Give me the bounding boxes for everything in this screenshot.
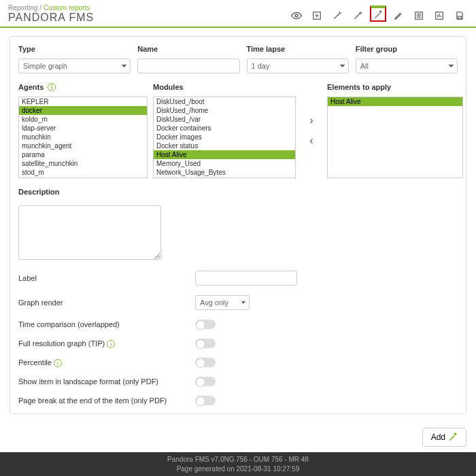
list-item[interactable]: docker: [19, 106, 147, 115]
pagebreak-label: Page break at the end of the item (only …: [18, 396, 195, 405]
name-input[interactable]: [137, 58, 239, 73]
list-item[interactable]: Network_Usage_Bytes: [154, 168, 295, 177]
list-item[interactable]: DiskUsed_/home: [154, 106, 295, 115]
status-line2: Page generated on 2021-08-31 10:27:59: [0, 464, 476, 474]
list-icon[interactable]: [411, 7, 427, 24]
label-input[interactable]: [195, 271, 297, 286]
svg-line-7: [354, 14, 360, 19]
name-label: Name: [137, 45, 239, 53]
graph-render-label: Graph render: [18, 299, 195, 307]
svg-rect-18: [458, 16, 462, 19]
time-comparison-label: Time comparison (overlapped): [18, 320, 195, 328]
list-item[interactable]: Swap_Used: [154, 177, 295, 178]
wand-icon: [448, 432, 458, 442]
type-select[interactable]: Simple graph: [18, 58, 131, 73]
list-item[interactable]: stod_m: [19, 168, 147, 177]
eye-icon[interactable]: [288, 7, 305, 24]
list-item[interactable]: Host Alive: [154, 150, 295, 159]
list-item[interactable]: munchkin: [19, 133, 147, 141]
description-textarea[interactable]: [18, 205, 161, 260]
list-item[interactable]: Memory_Used: [154, 159, 295, 168]
landscape-toggle[interactable]: [195, 377, 216, 386]
percentile-toggle[interactable]: [195, 358, 216, 367]
arrow-right-icon[interactable]: ›: [309, 114, 313, 126]
elements-label: Elements to apply: [327, 83, 463, 91]
arrow-left-icon[interactable]: ‹: [309, 135, 313, 147]
list-item[interactable]: parama: [19, 150, 147, 159]
svg-point-8: [360, 12, 361, 14]
svg-line-4: [334, 14, 339, 19]
pagebreak-toggle[interactable]: [195, 396, 216, 405]
list-item[interactable]: DiskUsed_/boot: [154, 97, 295, 106]
filtergroup-label: Filter group: [356, 45, 458, 53]
pencil-icon[interactable]: [390, 7, 407, 24]
agents-listbox[interactable]: KEPLERdockerkoldo_mldap-servermunchkinmu…: [18, 97, 148, 178]
wand2-icon[interactable]: [350, 7, 366, 24]
list-item[interactable]: KEPLER: [19, 97, 147, 106]
svg-line-9: [375, 14, 379, 18]
percentile-label: Percentile i: [18, 358, 195, 367]
label-label: Label: [18, 274, 195, 282]
status-bar: Pandora FMS v7.0NG.756 - OUM 756 - MR 48…: [0, 452, 476, 476]
info-icon[interactable]: i: [54, 359, 62, 367]
wand1-icon[interactable]: [329, 7, 345, 24]
list-item[interactable]: munchkin_agent: [19, 141, 147, 150]
description-label: Description: [18, 188, 458, 196]
list-item[interactable]: DiskUsed_/var: [154, 115, 295, 124]
modules-listbox[interactable]: DiskUsed_/bootDiskUsed_/homeDiskUsed_/va…: [153, 97, 296, 178]
app-name: PANDORA FMS: [8, 12, 94, 24]
list-item[interactable]: ldap-server: [19, 124, 147, 133]
wand-active-icon[interactable]: [370, 5, 386, 22]
list-item[interactable]: Host Alive: [328, 97, 462, 106]
time-comparison-toggle[interactable]: [195, 320, 216, 329]
svg-point-0: [295, 14, 298, 17]
breadcrumb-parent[interactable]: Reporting: [8, 4, 37, 12]
list-item[interactable]: Docker status: [154, 141, 295, 150]
breadcrumb: Reporting / Custom reports: [8, 4, 94, 12]
full-resolution-label: Full resolution graph (TIP) i: [18, 339, 195, 348]
agents-label: Agents: [18, 83, 44, 91]
info-icon[interactable]: i: [48, 83, 56, 91]
chart-icon[interactable]: [431, 7, 447, 24]
list-item[interactable]: Docker images: [154, 133, 295, 141]
svg-line-19: [449, 436, 454, 441]
header-toolbar: [288, 7, 468, 24]
add-button[interactable]: Add: [422, 428, 466, 447]
elements-listbox[interactable]: Host Alive: [327, 97, 463, 178]
status-line1: Pandora FMS v7.0NG.756 - OUM 756 - MR 48: [0, 455, 476, 464]
list-item[interactable]: Docker containers: [154, 124, 295, 133]
type-label: Type: [18, 45, 131, 53]
list-item[interactable]: satellite_munchkin: [19, 159, 147, 168]
breadcrumb-current[interactable]: Custom reports: [44, 4, 90, 12]
graph-render-select[interactable]: Avg only: [195, 295, 250, 310]
list-item[interactable]: koldo_m: [19, 115, 147, 124]
modules-label: Modules: [153, 83, 296, 91]
add-button-label: Add: [431, 432, 445, 442]
timelapse-select[interactable]: 1 day: [247, 58, 349, 73]
full-resolution-toggle[interactable]: [195, 339, 216, 348]
timelapse-label: Time lapse: [247, 45, 349, 53]
landscape-label: Show item in landscape format (only PDF): [18, 377, 195, 386]
filtergroup-select[interactable]: All: [356, 58, 458, 73]
save-icon[interactable]: [452, 7, 468, 24]
info-icon[interactable]: i: [107, 340, 115, 348]
add-item-icon[interactable]: [309, 7, 325, 24]
